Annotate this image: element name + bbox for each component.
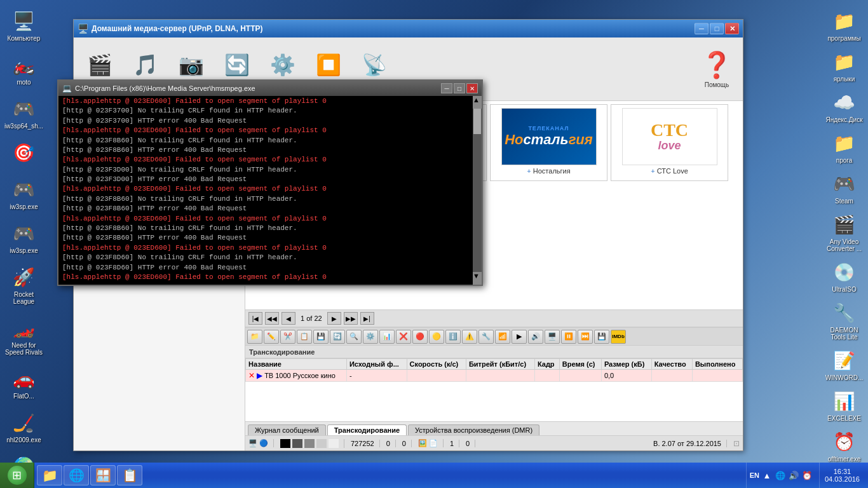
sidebar-item-iw3sp3[interactable]: 🎮 iw3sp.exe <box>2 219 46 256</box>
table-row[interactable]: ✕ ▶ ТВ 1000 Русское кино - 0, <box>246 370 743 382</box>
cmd-line: [http @ 023F3700] No trailing CRLF found… <box>62 106 469 116</box>
clock-date: 04.03.2016 <box>825 475 860 483</box>
cmd-title-text: C:\Program Files (x86)\Home Media Server… <box>75 85 255 92</box>
btb-btn-14[interactable]: ⚠️ <box>462 330 477 344</box>
trans-indicator: ▶ <box>257 371 262 380</box>
sidebar-item-iw3sp[interactable]: 🎮 iw3sp64_sh... <box>2 94 46 132</box>
player-prev-btn[interactable]: ◀◀ <box>265 312 279 325</box>
sidebar-item-yandex[interactable]: ☁️ Яндекс.Диск <box>822 88 867 125</box>
transcoding-section: Транскодирование Название Исходный ф... … <box>245 345 743 421</box>
imdb-btn[interactable]: IMDb <box>611 330 626 344</box>
status-icon-1: 🖥️ <box>248 439 257 447</box>
tray-network-icon[interactable]: 🌐 <box>775 470 786 481</box>
col-name: Название <box>246 359 347 370</box>
taskbar-explorer[interactable]: 📁 <box>37 465 62 485</box>
player-next-btn[interactable]: ▶ <box>327 312 341 325</box>
cmd-minimize-btn[interactable]: ─ <box>441 83 452 93</box>
trans-size-value: 0,0 <box>601 370 651 382</box>
btb-btn-8[interactable]: ⚙️ <box>363 330 378 344</box>
btb-btn-13[interactable]: ℹ️ <box>445 330 461 344</box>
shortcuts-icon: 📁 <box>832 49 857 74</box>
btb-btn-5[interactable]: 💾 <box>313 330 329 344</box>
btb-btn-6[interactable]: 🔄 <box>330 330 345 344</box>
col-speed: Скорость (к/с) <box>407 359 466 370</box>
clock-area[interactable]: 16:31 04.03.2016 <box>819 463 865 488</box>
sidebar-item-prog[interactable]: 📁 прога <box>822 128 867 166</box>
btb-btn-17[interactable]: ▶ <box>512 330 527 344</box>
cmd-line: [http @ 023F8D60] HTTP error 400 Bad Req… <box>62 263 469 273</box>
sidebar-item-cod[interactable]: 🎯 <box>2 138 46 168</box>
tray-volume-icon[interactable]: 🔊 <box>788 470 799 481</box>
maximize-button[interactable]: □ <box>710 23 724 34</box>
daemon-label: DAEMON Tools Lite <box>824 327 865 341</box>
scroll-down-btn[interactable]: ▼ <box>473 272 482 285</box>
sidebar-item-nfs[interactable]: 🏎️ Need for Speed Rivals <box>2 313 46 358</box>
sidebar-item-moto[interactable]: 🏍️ moto <box>2 50 46 88</box>
player-first-btn[interactable]: |◀ <box>248 312 262 325</box>
tab-journal[interactable]: Журнал сообщений <box>248 424 326 435</box>
sidebar-item-anyvidео[interactable]: 🎬 Any Video Converter ... <box>822 210 867 254</box>
sidebar-item-shortcuts[interactable]: 📁 ярлыки <box>822 47 867 85</box>
programs-label: программы <box>827 35 860 42</box>
player-back-btn[interactable]: ◀ <box>281 312 295 325</box>
scroll-track[interactable] <box>473 109 482 272</box>
minimize-button[interactable]: ─ <box>695 23 709 34</box>
btb-btn-1[interactable]: 📁 <box>247 330 262 344</box>
tray-clock-icon[interactable]: ⏰ <box>801 470 813 481</box>
btb-btn-16[interactable]: 📶 <box>495 330 510 344</box>
cmd-line: [hls.applehttp @ 023ED600] Failed to ope… <box>62 97 469 106</box>
tab-transcoding[interactable]: Транскодирование <box>327 424 407 435</box>
sidebar-item-excel[interactable]: 📊 EXCELEXE <box>822 386 867 424</box>
taskbar-ie[interactable]: 🌐 <box>64 465 89 485</box>
btb-btn-11[interactable]: 🔴 <box>412 330 428 344</box>
cmd-close-btn[interactable]: ✕ <box>466 83 478 93</box>
scroll-up-btn[interactable]: ▲ <box>473 96 482 109</box>
sidebar-item-daemon[interactable]: 🔧 DAEMON Tools Lite <box>822 298 867 342</box>
btb-btn-2[interactable]: ✏️ <box>264 330 279 344</box>
channel-card-stc[interactable]: СТС love + СТС Love <box>611 104 728 181</box>
cmd-maximize-btn[interactable]: □ <box>454 83 465 93</box>
btb-btn-22[interactable]: 💾 <box>594 330 609 344</box>
btb-btn-21[interactable]: ⏭️ <box>578 330 593 344</box>
status-val2: 0 <box>386 440 390 447</box>
btb-btn-19[interactable]: 🖥️ <box>545 330 560 344</box>
btb-btn-3[interactable]: ✂️ <box>280 330 295 344</box>
tab-dmr[interactable]: Устройства воспроизведения (DMR) <box>408 424 539 435</box>
player-last-btn[interactable]: ▶| <box>360 312 374 325</box>
sidebar-item-iw3sp2[interactable]: 🎮 iw3sp.exe <box>2 175 46 212</box>
sidebar-item-rocket[interactable]: 🚀 Rocket League <box>2 262 46 307</box>
add-stc-btn[interactable]: + <box>651 167 654 175</box>
channel-card-nostalgia[interactable]: ТЕЛЕКАНАЛ Ностальгия + Ностальгия <box>490 104 607 181</box>
sidebar-item-world[interactable]: 🌍 Worl... <box>2 452 46 463</box>
btb-btn-18[interactable]: 🔊 <box>528 330 543 344</box>
taskbar-right: EN ▲ 🌐 🔊 ⏰ 16:31 04.03.2016 <box>743 463 868 488</box>
btb-btn-12[interactable]: 🟡 <box>429 330 444 344</box>
cmd-scrollbar[interactable]: ▲ ▼ <box>473 96 482 285</box>
player-fwd-btn[interactable]: ▶▶ <box>344 312 358 325</box>
sidebar-item-ultraiso[interactable]: 💿 UltraISO <box>822 257 867 295</box>
add-nostalgia-btn[interactable]: + <box>527 167 531 175</box>
tray-up-arrow[interactable]: ▲ <box>761 470 773 481</box>
sidebar-item-nhl[interactable]: 🏒 nhl2009.exe <box>2 408 46 445</box>
cmd-line: [http @ 023F8D60] No trailing CRLF found… <box>62 253 469 262</box>
lang-indicator: EN <box>750 471 759 479</box>
btb-btn-15[interactable]: 🔧 <box>478 330 494 344</box>
toolbar-help-btn[interactable]: ❓ Помощь <box>695 46 739 92</box>
sidebar-item-computer[interactable]: 🖥️ Компьютер <box>2 6 46 44</box>
sidebar-item-programs[interactable]: 📁 программы <box>822 6 867 44</box>
btb-btn-7[interactable]: 🔍 <box>346 330 362 344</box>
btb-btn-4[interactable]: 📋 <box>297 330 312 344</box>
start-button[interactable]: ⊞ <box>0 463 34 488</box>
btb-btn-20[interactable]: ⏸️ <box>561 330 576 344</box>
btb-btn-10[interactable]: ❌ <box>396 330 411 344</box>
scroll-thumb[interactable] <box>473 109 481 134</box>
sidebar-item-flatout[interactable]: 🚗 FlatO... <box>2 364 46 402</box>
close-button[interactable]: ✕ <box>725 23 739 34</box>
btb-btn-9[interactable]: 📊 <box>379 330 395 344</box>
films-icon: 🎬 <box>85 50 115 80</box>
sidebar-item-steam[interactable]: 🎮 Steam <box>822 169 867 207</box>
taskbar-win[interactable]: 🪟 <box>90 465 116 485</box>
sidebar-item-winword[interactable]: 📝 WINWORD... <box>822 346 867 383</box>
sidebar-item-offtimer[interactable]: ⏰ offtimer.exe <box>822 427 867 463</box>
taskbar-app[interactable]: 📋 <box>117 465 142 485</box>
